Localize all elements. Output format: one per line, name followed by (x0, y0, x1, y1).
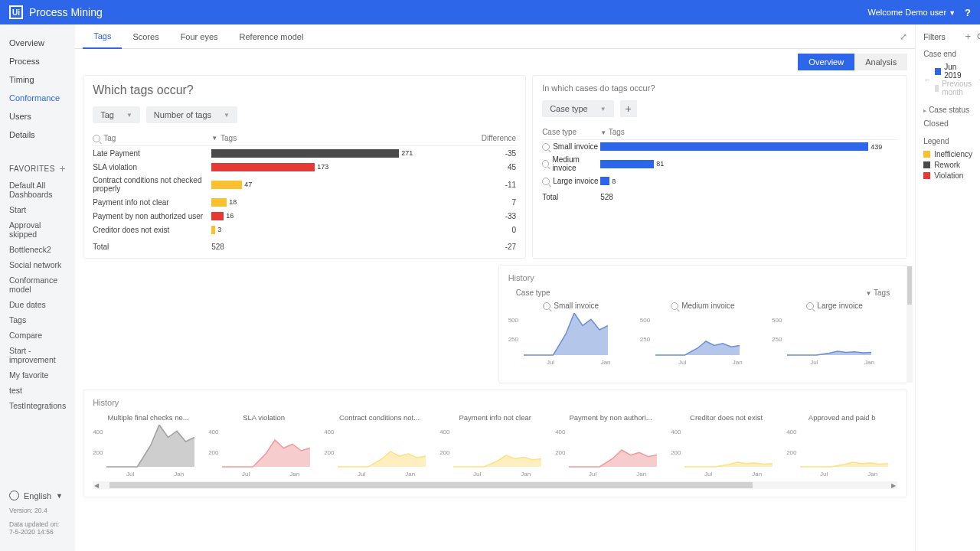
version-text: Version: 20.4 (9, 507, 66, 514)
app-title: Process Mining (29, 6, 868, 18)
tab-four-eyes[interactable]: Four eyes (170, 24, 229, 49)
top-bar: Ui Process Mining Welcome Demo user ▼ ? (0, 0, 980, 24)
nav-details[interactable]: Details (0, 126, 75, 144)
favorite-item[interactable]: Conformance model (0, 272, 75, 297)
tab-tags[interactable]: Tags (83, 24, 122, 49)
favorite-item[interactable]: Bottleneck2 (0, 242, 75, 257)
case-status-filter[interactable]: ▸Case status (923, 106, 980, 114)
favorite-item[interactable]: Due dates (0, 297, 75, 312)
updated-text: Data updated on: 7-5-2020 14:56 (9, 520, 66, 536)
chevron-down-icon: ▼ (126, 112, 132, 119)
favorite-item[interactable]: Default All Dashboards (0, 178, 75, 202)
history-cases-panel: History Case type ▼ Tags Small invoice 5… (498, 265, 908, 383)
metric-dropdown[interactable]: Number of tags▼ (146, 106, 237, 123)
logo-icon: Ui (9, 5, 23, 19)
history-tags-panel: History Multiple final checks ne... 400 … (83, 390, 907, 497)
nav-conformance[interactable]: Conformance (0, 89, 75, 107)
favorite-item[interactable]: My favorite (0, 367, 75, 383)
favorite-item[interactable]: Start - improvement (0, 343, 75, 367)
search-icon (542, 160, 549, 168)
user-menu[interactable]: Welcome Demo user ▼ (868, 8, 956, 17)
add-filter-icon[interactable]: + (965, 31, 971, 42)
history-chart: Creditor does not exist 400 200 JulJan 2… (671, 413, 782, 478)
search-icon (542, 143, 550, 151)
table-row[interactable]: Small invoice 439 (542, 140, 897, 153)
panel-title: Which tags occur? (93, 83, 516, 97)
favorite-item[interactable]: Approval skipped (0, 217, 75, 242)
language-selector[interactable]: English ▼ (9, 491, 66, 500)
chevron-down-icon: ▼ (949, 9, 956, 17)
table-row[interactable]: Medium invoice 81 (542, 153, 897, 174)
favorite-item[interactable]: Tags (0, 312, 75, 328)
refresh-icon[interactable]: ⟳ (977, 31, 980, 42)
analysis-button[interactable]: Analysis (854, 54, 907, 70)
history-chart: SLA violation 400 200 JulJan 2019 (208, 413, 319, 478)
globe-icon (9, 491, 19, 500)
table-row[interactable]: Contract conditions not checked properly… (93, 174, 516, 195)
date-current-icon (935, 68, 942, 75)
expand-icon[interactable]: ⤢ (900, 31, 907, 42)
history-chart: Payment info not clear 400 200 JulJan 20… (439, 413, 550, 478)
chevron-down-icon: ▼ (224, 112, 230, 119)
help-icon[interactable]: ? (965, 7, 971, 18)
nav-process[interactable]: Process (0, 52, 75, 70)
history-chart: Contract conditions not... 400 200 JulJa… (324, 413, 435, 478)
casetype-dropdown[interactable]: Case type▼ (542, 100, 613, 117)
tag-dropdown[interactable]: Tag▼ (93, 106, 140, 123)
scrollbar-horizontal[interactable]: ◀ ▶ (93, 481, 897, 489)
table-row[interactable]: Creditor does not exist 3 0 (93, 223, 516, 236)
add-favorite-icon[interactable]: + (59, 162, 66, 174)
tab-reference-model[interactable]: Reference model (229, 24, 315, 49)
favorite-item[interactable]: Social network (0, 257, 75, 272)
search-icon[interactable] (93, 135, 100, 142)
legend-item: Rework (923, 161, 980, 169)
nav-timing[interactable]: Timing (0, 70, 75, 89)
add-dimension-button[interactable]: + (620, 100, 637, 117)
favorite-item[interactable]: Compare (0, 328, 75, 343)
favorite-item[interactable]: TestIntegrations (0, 398, 75, 413)
favorites-header: FAVORITES + (0, 156, 75, 178)
nav-overview[interactable]: Overview (0, 34, 75, 52)
table-row[interactable]: Large invoice 8 (542, 174, 897, 187)
tags-occur-panel: Which tags occur? Tag▼ Number of tags▼ T… (83, 75, 526, 259)
table-row[interactable]: SLA violation 173 45 (93, 160, 516, 174)
nav-users[interactable]: Users (0, 107, 75, 126)
sidebar: OverviewProcessTimingConformanceUsersDet… (0, 24, 75, 551)
history-chart: Medium invoice 500 250 JulJan (640, 302, 766, 363)
history-chart: Large invoice 500 250 JulJan (772, 302, 897, 363)
filter-icon[interactable]: ▼ (211, 135, 217, 142)
cases-panel: In which cases do tags occur? Case type▼… (532, 75, 907, 259)
prev-arrow-icon[interactable]: ← (923, 75, 932, 84)
next-arrow-icon[interactable]: → (978, 75, 980, 84)
history-chart: Small invoice 500 250 JulJan (508, 302, 634, 363)
table-row[interactable]: Payment by non authorized user 16 -33 (93, 209, 516, 223)
tab-scores[interactable]: Scores (122, 24, 169, 49)
scrollbar-vertical[interactable] (906, 266, 913, 383)
date-prev-icon (935, 85, 939, 92)
history-chart: Multiple final checks ne... 400 200 JulJ… (93, 413, 204, 478)
history-chart: Approved and paid b 400 200 JulJan 2019 (786, 413, 897, 478)
filters-panel: Filters + ⟳ Case end ← Jun 2019 Previous… (915, 24, 980, 551)
search-icon (542, 178, 550, 185)
legend-item: Inefficiency (923, 150, 980, 158)
chevron-down-icon: ▼ (600, 106, 606, 112)
overview-button[interactable]: Overview (798, 54, 854, 70)
table-row[interactable]: Payment info not clear 18 7 (93, 195, 516, 209)
favorite-item[interactable]: Start (0, 202, 75, 217)
filter-icon[interactable]: ▼ (600, 129, 606, 136)
chevron-down-icon: ▼ (56, 492, 63, 500)
tabs: TagsScoresFour eyesReference model ⤢ (75, 24, 915, 49)
legend-item: Violation (923, 171, 980, 180)
history-chart: Payment by non authori... 400 200 JulJan… (555, 413, 666, 478)
table-row[interactable]: Late Payment 271 -35 (93, 146, 516, 160)
favorite-item[interactable]: test (0, 383, 75, 398)
